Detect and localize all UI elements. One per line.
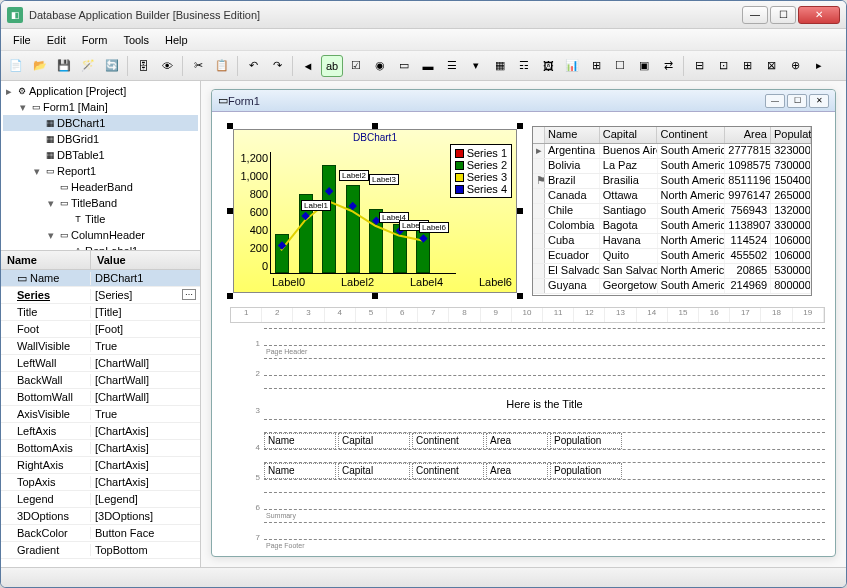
report-designer[interactable]: 1Page Header 2 3Here is the Title 4 Name… <box>250 328 825 550</box>
tree-item[interactable]: ▾▭Report1 <box>3 163 198 179</box>
tree-item[interactable]: ▾▭ColumnHeader <box>3 227 198 243</box>
dbgrid[interactable]: Name Capital Continent Area Population ▸… <box>532 126 812 296</box>
open-button[interactable]: 📂 <box>29 55 51 77</box>
align2-tool[interactable]: ⊡ <box>712 55 734 77</box>
align4-tool[interactable]: ⊠ <box>760 55 782 77</box>
table-row[interactable]: EcuadorQuitoSouth America45550210600000 <box>533 249 811 264</box>
page-footer-band[interactable]: Page Footer <box>264 522 825 540</box>
wizard-button[interactable]: 🪄 <box>77 55 99 77</box>
form-max-button[interactable]: ☐ <box>787 94 807 108</box>
chart-tool[interactable]: 📊 <box>561 55 583 77</box>
table-row[interactable]: GuyanaGeorgetownSouth America21496980000… <box>533 279 811 294</box>
menu-edit[interactable]: Edit <box>39 32 74 48</box>
table-row[interactable]: ⚑BrazilBrasiliaSouth America851119615040… <box>533 174 811 189</box>
checkbox-tool[interactable]: ☑ <box>345 55 367 77</box>
prop-row[interactable]: BackWall[ChartWall] <box>1 372 200 389</box>
resize-handle[interactable] <box>372 293 378 299</box>
button-tool[interactable]: ▬ <box>417 55 439 77</box>
det-field[interactable]: Continent <box>412 463 484 479</box>
table-row[interactable]: ColombiaBagotaSouth America1138907330000… <box>533 219 811 234</box>
db-button[interactable]: 🗄 <box>132 55 154 77</box>
resize-handle[interactable] <box>227 293 233 299</box>
pointer-tool[interactable]: ◄ <box>297 55 319 77</box>
preview-button[interactable]: 👁 <box>156 55 178 77</box>
form-body[interactable]: DBChart1 Series 1Series 2Series 3Series … <box>212 112 835 556</box>
align-tool[interactable]: ⊟ <box>688 55 710 77</box>
det-field[interactable]: Area <box>486 463 548 479</box>
page-header-band[interactable]: Page Header <box>264 328 825 346</box>
tree-item[interactable]: ARepLabel1 <box>3 243 198 251</box>
detail-band[interactable]: Name Capital Continent Area Population <box>264 462 825 480</box>
tree-item[interactable]: ▾▭Form1 [Main] <box>3 99 198 115</box>
prop-row[interactable]: GradientTopBottom <box>1 542 200 559</box>
menu-tools[interactable]: Tools <box>115 32 157 48</box>
col-field[interactable]: Capital <box>338 433 410 449</box>
more-tool[interactable]: ▸ <box>808 55 830 77</box>
table-row[interactable]: El SalvadorSan SalvadorNorth America2086… <box>533 264 811 279</box>
dbchart[interactable]: DBChart1 Series 1Series 2Series 3Series … <box>233 129 517 293</box>
prop-row[interactable]: AxisVisibleTrue <box>1 406 200 423</box>
tree-item[interactable]: TTitle <box>3 211 198 227</box>
design-canvas[interactable]: ▭ Form1 — ☐ ✕ <box>201 81 846 567</box>
list-tool[interactable]: ☰ <box>441 55 463 77</box>
table-row[interactable]: CanadaOttawaNorth America997614726500000 <box>533 189 811 204</box>
image-tool[interactable]: 🖼 <box>537 55 559 77</box>
prop-row[interactable]: BackColorButton Face <box>1 525 200 542</box>
column-header-band[interactable]: Name Capital Continent Area Population <box>264 432 825 450</box>
prop-row[interactable]: Foot[Foot] <box>1 321 200 338</box>
prop-row[interactable]: LeftWall[ChartWall] <box>1 355 200 372</box>
prop-row[interactable]: Legend[Legend] <box>1 491 200 508</box>
prop-row[interactable]: 3DOptions[3DOptions] <box>1 508 200 525</box>
table-row[interactable]: ▸ArgentinaBuenos AiresSouth America27778… <box>533 144 811 159</box>
label-tool[interactable]: ab <box>321 55 343 77</box>
col-field[interactable]: Population <box>550 433 622 449</box>
prop-row[interactable]: RightAxis[ChartAxis] <box>1 457 200 474</box>
copy-button[interactable]: 📋 <box>211 55 233 77</box>
property-grid[interactable]: Name Value ▭ NameDBChart1Series[Series] … <box>1 251 200 567</box>
tree-item[interactable]: ▾▭TitleBand <box>3 195 198 211</box>
form-close-button[interactable]: ✕ <box>809 94 829 108</box>
undo-button[interactable]: ↶ <box>242 55 264 77</box>
nav-tool[interactable]: ⇄ <box>657 55 679 77</box>
minimize-button[interactable]: — <box>742 6 768 24</box>
det-field[interactable]: Capital <box>338 463 410 479</box>
prop-row[interactable]: TopAxis[ChartAxis] <box>1 474 200 491</box>
summary-band[interactable]: Summary <box>264 492 825 510</box>
det-field[interactable]: Population <box>550 463 622 479</box>
chart-selection[interactable]: DBChart1 Series 1Series 2Series 3Series … <box>230 126 520 296</box>
prop-row[interactable]: WallVisibleTrue <box>1 338 200 355</box>
table-row[interactable]: BoliviaLa PazSouth America10985757300000 <box>533 159 811 174</box>
align5-tool[interactable]: ⊕ <box>784 55 806 77</box>
cut-button[interactable]: ✂ <box>187 55 209 77</box>
menu-file[interactable]: File <box>5 32 39 48</box>
grid-col-area[interactable]: Area <box>725 127 771 143</box>
resize-handle[interactable] <box>517 208 523 214</box>
edit-tool[interactable]: ▭ <box>393 55 415 77</box>
maximize-button[interactable]: ☐ <box>770 6 796 24</box>
save-button[interactable]: 💾 <box>53 55 75 77</box>
memo-tool[interactable]: ☶ <box>513 55 535 77</box>
grid-col-capital[interactable]: Capital <box>600 127 658 143</box>
new-button[interactable]: 📄 <box>5 55 27 77</box>
resize-handle[interactable] <box>517 123 523 129</box>
grid-tool[interactable]: ▦ <box>489 55 511 77</box>
refresh-button[interactable]: 🔄 <box>101 55 123 77</box>
combo-tool[interactable]: ▾ <box>465 55 487 77</box>
tree-item[interactable]: ▭HeaderBand <box>3 179 198 195</box>
table-row[interactable]: ChileSantiagoSouth America75694313200000 <box>533 204 811 219</box>
col-field[interactable]: Name <box>264 433 336 449</box>
align3-tool[interactable]: ⊞ <box>736 55 758 77</box>
tree-item[interactable]: ▦DBGrid1 <box>3 131 198 147</box>
project-tree[interactable]: ▸⚙Application [Project]▾▭Form1 [Main] ▦D… <box>1 81 200 251</box>
prop-row[interactable]: Title[Title] <box>1 304 200 321</box>
col-field[interactable]: Area <box>486 433 548 449</box>
form-min-button[interactable]: — <box>765 94 785 108</box>
group-tool[interactable]: ▣ <box>633 55 655 77</box>
resize-handle[interactable] <box>517 293 523 299</box>
det-field[interactable]: Name <box>264 463 336 479</box>
tree-item[interactable]: ▸⚙Application [Project] <box>3 83 198 99</box>
title-band[interactable]: Here is the Title <box>264 388 825 420</box>
tree-item[interactable]: ▦DBChart1 <box>3 115 198 131</box>
prop-row[interactable]: Series[Series] ⋯ <box>1 287 200 304</box>
menu-help[interactable]: Help <box>157 32 196 48</box>
